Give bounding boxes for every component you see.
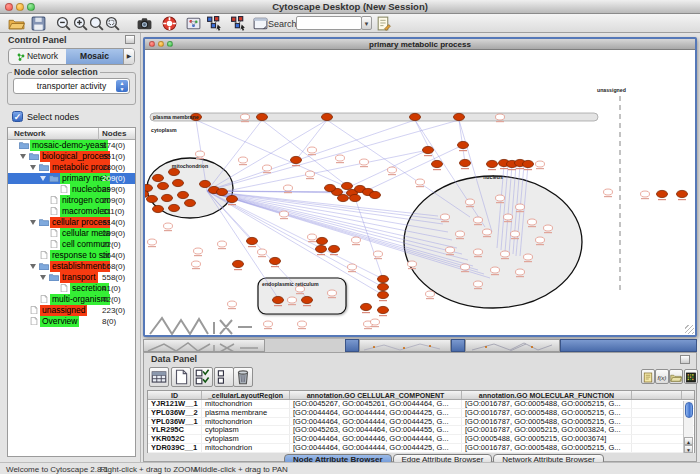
column-header[interactable]: ID	[148, 391, 202, 399]
network-node-ghost[interactable]	[491, 267, 500, 273]
network-node[interactable]	[378, 283, 389, 290]
network-node-ghost[interactable]	[544, 225, 553, 231]
network-node-ghost[interactable]	[352, 237, 361, 243]
network-node[interactable]	[458, 141, 469, 148]
network-node-ghost[interactable]	[308, 147, 317, 153]
network-node[interactable]	[325, 184, 336, 191]
network-node[interactable]	[169, 204, 180, 211]
network-node-ghost[interactable]	[483, 229, 492, 235]
tab-network[interactable]: Network	[9, 49, 66, 64]
network-node-ghost[interactable]	[264, 321, 273, 327]
float-panel-icon[interactable]	[125, 35, 135, 44]
network-node-ghost[interactable]	[641, 191, 650, 197]
network-node-ghost[interactable]	[371, 319, 380, 325]
network-node-ghost[interactable]	[496, 114, 505, 120]
network-node-ghost[interactable]	[348, 264, 357, 270]
tree-row[interactable]: cell communication22(0)	[8, 239, 135, 250]
network-node[interactable]	[200, 180, 211, 187]
network-node[interactable]	[350, 194, 361, 201]
network-node-ghost[interactable]	[528, 219, 537, 225]
network-node-ghost[interactable]	[416, 179, 425, 185]
attribute-grid-icon[interactable]	[149, 367, 169, 387]
data-panel-float-icon[interactable]	[680, 355, 690, 364]
delete-attribute-icon[interactable]	[233, 367, 253, 387]
tree-column-network[interactable]: Network	[14, 129, 46, 138]
save-icon[interactable]	[30, 15, 47, 32]
table-row[interactable]: YDR039C__1mitochondrion[GO:0044464, GO:0…	[148, 444, 694, 453]
disclosure-triangle-icon[interactable]	[40, 275, 46, 280]
new-attribute-icon[interactable]	[171, 367, 191, 387]
network-node[interactable]	[657, 190, 668, 197]
network-node-ghost[interactable]	[328, 290, 337, 296]
network-node-ghost[interactable]	[474, 249, 483, 255]
network-node-ghost[interactable]	[194, 248, 203, 254]
network-node-ghost[interactable]	[604, 189, 613, 195]
network-node-ghost[interactable]	[461, 264, 470, 270]
network-node[interactable]	[169, 168, 180, 175]
network-node-ghost[interactable]	[148, 239, 157, 245]
more-tabs-arrow-icon[interactable]: ▶	[123, 49, 134, 64]
unselect-attributes-icon[interactable]	[214, 367, 234, 387]
network-node-ghost[interactable]	[298, 321, 307, 327]
network-node-ghost[interactable]	[501, 251, 510, 257]
network-node-ghost[interactable]	[426, 291, 435, 297]
background-frames-strip[interactable]	[143, 339, 697, 352]
network-node-ghost[interactable]	[374, 251, 383, 257]
import-network-red-icon[interactable]	[230, 15, 247, 32]
window-zoom-button[interactable]	[27, 3, 35, 11]
tree-row[interactable]: secretion41(0)	[8, 283, 135, 294]
network-node[interactable]	[153, 174, 164, 181]
network-node[interactable]	[523, 160, 534, 167]
frame-close-button[interactable]	[149, 41, 155, 47]
network-node-ghost[interactable]	[456, 231, 465, 237]
network-node[interactable]	[145, 184, 153, 191]
network-node-ghost[interactable]	[284, 185, 293, 191]
network-node-ghost[interactable]	[516, 204, 525, 210]
network-node-ghost[interactable]	[192, 261, 201, 267]
tree-row[interactable]: establishment of lo558(0)	[8, 261, 135, 272]
select-attributes-icon[interactable]	[193, 367, 213, 387]
network-node[interactable]	[247, 237, 258, 244]
network-node[interactable]	[233, 260, 244, 267]
network-node[interactable]	[217, 188, 228, 195]
network-node-ghost[interactable]	[408, 261, 417, 267]
help-icon[interactable]	[161, 15, 178, 32]
network-node[interactable]	[316, 245, 327, 252]
network-node-ghost[interactable]	[196, 151, 205, 157]
tree-row[interactable]: nucleobase-contain209(0)	[8, 184, 135, 195]
network-node-ghost[interactable]	[288, 297, 297, 303]
network-node-ghost[interactable]	[441, 214, 450, 220]
network-node[interactable]	[342, 182, 353, 189]
browser-icon[interactable]	[252, 15, 269, 32]
network-node-ghost[interactable]	[218, 241, 227, 247]
table-row[interactable]: YPL036W__1mitochondrion[GO:0044464, GO:0…	[148, 418, 694, 427]
search-input[interactable]	[296, 16, 362, 30]
scrollbar-thumb[interactable]	[685, 402, 693, 418]
table-row[interactable]: YLR295Ccytoplasm[GO:0045263, GO:0044464,…	[148, 426, 694, 435]
frame-minimize-button[interactable]	[158, 41, 164, 47]
network-node-ghost[interactable]	[388, 167, 397, 173]
network-node-ghost[interactable]	[164, 223, 173, 229]
tree-row[interactable]: cellular metabolic p209(0)	[8, 228, 135, 239]
network-node-ghost[interactable]	[474, 281, 483, 287]
network-node[interactable]	[317, 237, 328, 244]
network-node-ghost[interactable]	[228, 301, 237, 307]
network-node[interactable]	[487, 160, 498, 167]
network-node-ghost[interactable]	[308, 234, 317, 240]
disclosure-triangle-icon[interactable]	[30, 264, 36, 269]
zoom-fit-icon[interactable]	[88, 15, 105, 32]
network-node-ghost[interactable]	[511, 231, 520, 237]
network-view-titlebar[interactable]: primary metabolic process	[145, 39, 695, 50]
tree-row[interactable]: cellular process614(0)	[8, 217, 135, 228]
network-node-ghost[interactable]	[466, 199, 475, 205]
disclosure-triangle-icon[interactable]	[30, 165, 36, 170]
overview-icon[interactable]	[185, 15, 202, 32]
network-node[interactable]	[423, 146, 434, 153]
tree-row[interactable]: primary metabolic p209(0)	[8, 173, 135, 184]
open-icon[interactable]	[8, 15, 25, 32]
network-node-ghost[interactable]	[360, 159, 369, 165]
table-scrollbar[interactable]: ▲ ▼	[683, 401, 693, 453]
table-row[interactable]: YPL036W__2plasma membrane[GO:0044464, GO…	[148, 409, 694, 418]
network-node[interactable]	[302, 296, 313, 303]
network-node[interactable]	[173, 179, 184, 186]
